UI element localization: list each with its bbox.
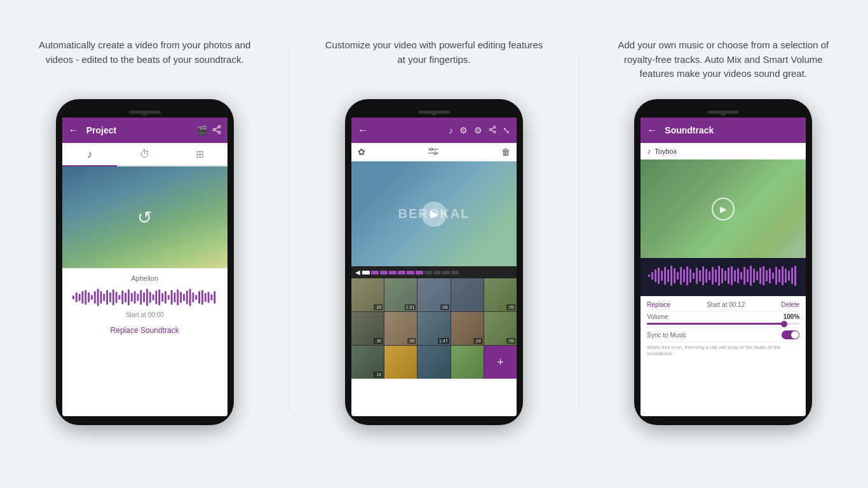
tl-dot-4 — [389, 271, 397, 274]
thumb-10[interactable]: :09 — [484, 312, 517, 345]
svg-rect-91 — [743, 267, 745, 285]
svg-rect-78 — [702, 266, 704, 285]
svg-rect-99 — [769, 268, 771, 283]
svg-rect-30 — [149, 292, 151, 302]
svg-rect-31 — [152, 294, 154, 301]
svg-rect-8 — [81, 291, 83, 303]
music-row-3: ♪ Toybox — [641, 143, 806, 159]
music-icon-2[interactable]: ♪ — [449, 125, 453, 135]
svg-point-0 — [218, 125, 220, 128]
thumb-14[interactable] — [451, 346, 484, 379]
svg-rect-77 — [699, 270, 701, 281]
svg-point-52 — [494, 126, 496, 128]
thumb-6[interactable]: :36 — [351, 312, 384, 345]
tl-dot-2 — [371, 271, 379, 274]
svg-rect-88 — [734, 270, 736, 281]
svg-rect-69 — [674, 268, 675, 283]
svg-rect-12 — [93, 291, 95, 303]
svg-point-2 — [213, 128, 215, 131]
svg-rect-107 — [794, 266, 796, 286]
tab-grid-1[interactable]: ⊞ — [172, 143, 227, 165]
delete-icon-2[interactable]: 🗑 — [501, 147, 510, 157]
sc3-volume-row: Volume 100% — [647, 313, 799, 320]
replace-link-3[interactable]: Replace — [647, 301, 670, 308]
svg-rect-22 — [125, 292, 126, 302]
svg-rect-29 — [146, 288, 148, 306]
svg-rect-63 — [654, 269, 656, 282]
svg-line-4 — [215, 130, 218, 132]
svg-point-60 — [434, 152, 437, 154]
thumb-9[interactable]: :24 — [451, 312, 484, 345]
filter-icon-2[interactable]: ⚙ — [459, 125, 468, 135]
svg-rect-84 — [721, 268, 723, 283]
svg-rect-28 — [143, 292, 145, 302]
tl-dot-8 — [424, 271, 432, 274]
tab-music-1[interactable]: ♪ — [62, 143, 118, 166]
svg-line-3 — [215, 127, 218, 129]
divider-1 — [647, 311, 799, 311]
sc3-replace-row: Replace Start at 00:12 Delete — [647, 301, 799, 308]
svg-rect-25 — [133, 291, 135, 303]
svg-rect-13 — [97, 288, 98, 306]
panel-1: Automatically create a video from your p… — [0, 25, 289, 438]
svg-rect-27 — [140, 290, 142, 304]
thumb-3[interactable]: :08 — [417, 278, 450, 311]
svg-line-56 — [491, 130, 494, 132]
expand-icon-2[interactable]: ⤡ — [503, 125, 510, 135]
svg-rect-6 — [75, 292, 77, 302]
thumb-2[interactable]: 1:01 — [384, 278, 417, 311]
back-icon-2[interactable]: ← — [358, 125, 368, 136]
thumb-12[interactable] — [384, 346, 417, 379]
settings-icon-2[interactable]: ⚙ — [474, 125, 482, 135]
volume-slider-3[interactable] — [647, 323, 799, 325]
share-icon-1[interactable] — [212, 125, 221, 136]
share-icon-2[interactable] — [489, 125, 496, 135]
svg-rect-93 — [750, 266, 752, 286]
secondary-toolbar-2: ✿ 🗑 — [351, 143, 517, 161]
thumb-5[interactable]: :09 — [484, 278, 517, 311]
toolbar-3: ← Soundtrack — [641, 118, 806, 143]
svg-rect-7 — [78, 294, 80, 301]
movie-icon-1[interactable]: 🎬 — [196, 125, 207, 135]
video-main-2: BEROKAL ▶ — [351, 161, 517, 266]
phone-top-3 — [641, 108, 806, 118]
svg-rect-34 — [161, 293, 163, 302]
tabs-row-1: ♪ ⏱ ⊞ — [62, 143, 227, 166]
svg-rect-39 — [177, 289, 179, 305]
thumb-15[interactable]: + — [484, 346, 517, 379]
sync-toggle-3[interactable] — [782, 330, 799, 339]
watermark-2: BEROKAL — [398, 207, 470, 221]
tab-time-1[interactable]: ⏱ — [117, 143, 172, 165]
back-icon-3[interactable]: ← — [647, 125, 657, 136]
replace-soundtrack-btn[interactable]: Replace Soundtrack — [71, 323, 219, 337]
thumb-11[interactable]: :16 — [351, 346, 384, 379]
svg-rect-79 — [705, 269, 707, 283]
sc3-play-btn[interactable]: ▶ — [712, 198, 735, 220]
thumb-8[interactable]: 1:47 — [417, 312, 450, 345]
back-icon-1[interactable]: ← — [69, 125, 79, 136]
svg-rect-18 — [112, 289, 114, 305]
adjust-icon-2[interactable] — [428, 147, 438, 157]
svg-rect-20 — [118, 295, 120, 300]
tl-arrow-left[interactable]: ◀ — [355, 269, 360, 276]
svg-point-1 — [218, 131, 220, 133]
svg-rect-37 — [170, 290, 172, 304]
thumb-7[interactable]: :39 — [384, 312, 417, 345]
thumb-13[interactable] — [417, 346, 450, 379]
phone-camera-3 — [721, 111, 726, 116]
crop-icon-2[interactable]: ✿ — [358, 147, 365, 157]
svg-rect-85 — [724, 271, 726, 281]
svg-rect-10 — [88, 292, 90, 302]
timeline-bar-2: ◀ — [351, 266, 517, 278]
panel-1-description: Automatically create a video from your p… — [34, 38, 256, 84]
svg-rect-49 — [207, 292, 209, 302]
phone-screen-2: ← ♪ ⚙ ⚙ — [351, 118, 517, 416]
svg-rect-83 — [718, 266, 720, 286]
thumb-4[interactable] — [451, 278, 484, 311]
tl-dot-5 — [398, 271, 405, 274]
thumb-1[interactable]: :26 — [351, 278, 384, 311]
svg-rect-76 — [696, 268, 698, 284]
delete-link-3[interactable]: Delete — [781, 301, 799, 308]
sc3-sync-row: Sync to Music — [647, 330, 799, 342]
svg-rect-61 — [648, 274, 650, 277]
